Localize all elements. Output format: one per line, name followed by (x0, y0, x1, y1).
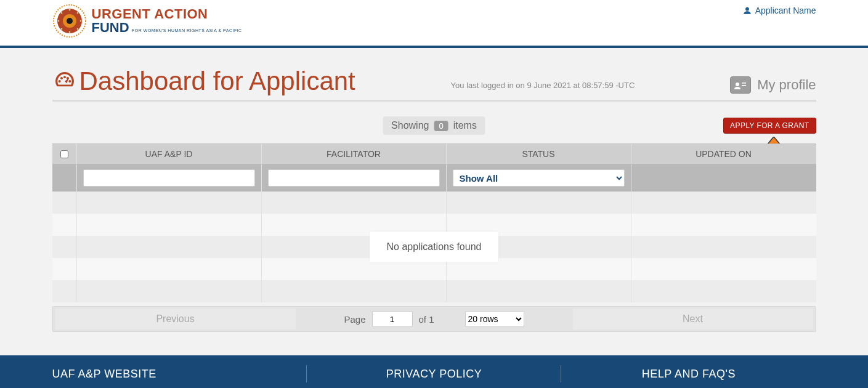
previous-button[interactable]: Previous (55, 309, 296, 329)
svg-point-6 (57, 20, 59, 22)
column-header-status[interactable]: STATUS (447, 144, 631, 164)
svg-point-11 (76, 12, 78, 14)
column-header-id[interactable]: UAF A&P ID (77, 144, 262, 164)
footer-link-website[interactable]: UAF A&P WEBSITE (52, 368, 307, 381)
page-title: Dashboard for Applicant (52, 67, 355, 96)
svg-rect-20 (742, 85, 746, 86)
logo[interactable]: URGENT ACTION FUND FOR WOMEN'S HUMAN RIG… (52, 4, 242, 38)
filter-facilitator-input[interactable] (268, 169, 440, 187)
svg-point-18 (736, 83, 739, 86)
svg-point-14 (63, 76, 66, 78)
svg-point-4 (68, 9, 70, 11)
svg-point-15 (68, 80, 71, 83)
next-button[interactable]: Next (573, 309, 813, 329)
my-profile-link[interactable]: My profile (730, 76, 816, 96)
footer-link-help[interactable]: HELP AND FAQ'S (561, 368, 816, 381)
svg-point-3 (67, 18, 73, 24)
page-of-label: of 1 (419, 314, 434, 325)
main-content: Dashboard for Applicant You last logged … (40, 48, 829, 338)
page-label: Page (344, 314, 365, 325)
svg-point-9 (76, 28, 78, 30)
empty-state-message: No applications found (370, 232, 499, 262)
table-row (52, 192, 816, 214)
svg-point-13 (58, 80, 60, 83)
top-header: URGENT ACTION FUND FOR WOMEN'S HUMAN RIG… (0, 0, 868, 48)
page-number-input[interactable] (372, 311, 413, 327)
table-row (52, 280, 816, 302)
apply-for-grant-button[interactable]: APPLY FOR A GRANT (723, 118, 816, 134)
footer: UAF A&P WEBSITE PRIVACY POLICY HELP AND … (0, 355, 868, 388)
logo-icon (52, 4, 87, 38)
user-icon (743, 6, 752, 15)
svg-point-5 (68, 31, 70, 33)
table-header-row: UAF A&P ID FACILITATOR STATUS UPDATED ON (52, 143, 816, 164)
select-all-cell (52, 144, 77, 164)
column-header-facilitator[interactable]: FACILITATOR (262, 144, 447, 164)
filter-id-input[interactable] (83, 169, 255, 187)
column-header-updated[interactable]: UPDATED ON (631, 144, 816, 164)
table-filter-row: Show All (52, 164, 816, 192)
showing-count: Showing 0 items (383, 116, 485, 135)
footer-link-privacy[interactable]: PRIVACY POLICY (307, 368, 561, 381)
paginator: Previous Page of 1 20 rows Next (52, 306, 816, 332)
last-login-text: You last logged in on 9 June 2021 at 08:… (355, 81, 730, 96)
svg-point-16 (60, 77, 63, 79)
svg-point-7 (79, 20, 81, 22)
dashboard-icon (52, 69, 77, 94)
applicant-name-link[interactable]: Applicant Name (743, 4, 816, 15)
id-card-icon (730, 76, 751, 94)
rows-per-page-select[interactable]: 20 rows (465, 311, 524, 327)
svg-point-12 (745, 7, 749, 11)
table-toolbar: Showing 0 items APPLY FOR A GRANT (52, 116, 816, 141)
select-all-checkbox[interactable] (60, 150, 68, 158)
logo-text: URGENT ACTION FUND FOR WOMEN'S HUMAN RIG… (92, 7, 242, 34)
filter-status-select[interactable]: Show All (453, 169, 625, 187)
applications-table: UAF A&P ID FACILITATOR STATUS UPDATED ON… (52, 143, 816, 302)
count-badge: 0 (434, 121, 448, 131)
svg-rect-19 (742, 83, 746, 84)
svg-point-10 (60, 28, 62, 30)
table-body: No applications found (52, 192, 816, 302)
svg-point-8 (60, 12, 62, 14)
